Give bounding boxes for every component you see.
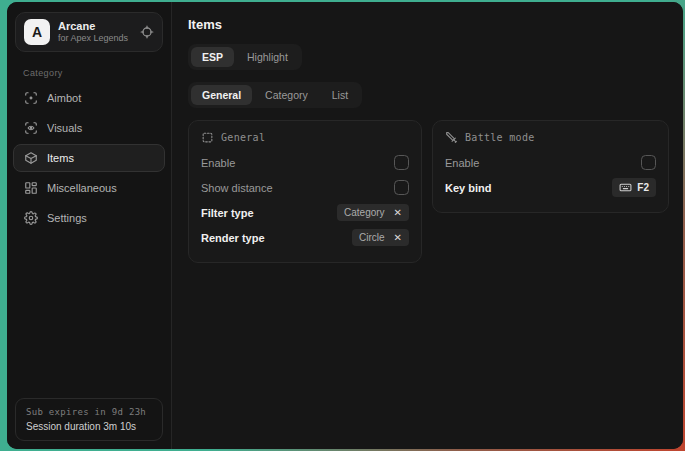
setting-row: Key bind F2 bbox=[445, 175, 656, 200]
keybind-chip[interactable]: F2 bbox=[612, 178, 656, 197]
sidebar-item-settings[interactable]: Settings bbox=[13, 204, 165, 232]
panel-title: General bbox=[221, 132, 265, 143]
setting-label: Show distance bbox=[201, 182, 273, 194]
setting-label: Key bind bbox=[445, 182, 491, 194]
sidebar-item-visuals[interactable]: Visuals bbox=[13, 114, 165, 142]
keybind-value: F2 bbox=[637, 182, 649, 193]
subscription-info: Sub expires in 9d 23h Session duration 3… bbox=[15, 398, 163, 441]
show-distance-checkbox[interactable] bbox=[394, 180, 409, 195]
enable-checkbox[interactable] bbox=[394, 155, 409, 170]
setting-row: Filter type Category ✕ bbox=[201, 200, 409, 225]
tab-general[interactable]: General bbox=[191, 85, 252, 105]
page-title: Items bbox=[188, 17, 669, 32]
crosshair-target-icon[interactable] bbox=[140, 25, 154, 39]
crosshair-icon bbox=[24, 91, 38, 105]
sidebar-section-label: Category bbox=[23, 68, 165, 78]
panels-row: General Enable Show distance Filter type… bbox=[188, 120, 669, 263]
setting-row: Render type Circle ✕ bbox=[201, 225, 409, 250]
sidebar-item-label: Settings bbox=[47, 212, 87, 224]
sub-expiry-text: Sub expires in 9d 23h bbox=[26, 407, 152, 417]
render-type-chip[interactable]: Circle ✕ bbox=[352, 229, 409, 246]
sidebar-item-label: Items bbox=[47, 152, 74, 164]
setting-label: Filter type bbox=[201, 207, 254, 219]
brand-logo: A bbox=[24, 19, 50, 45]
tab-category[interactable]: Category bbox=[254, 85, 319, 105]
grid-icon bbox=[24, 181, 38, 195]
setting-label: Render type bbox=[201, 232, 265, 244]
session-duration-text: Session duration 3m 10s bbox=[26, 421, 152, 432]
package-icon bbox=[24, 151, 38, 165]
sidebar-item-miscellaneous[interactable]: Miscellaneous bbox=[13, 174, 165, 202]
mode-tab-group: ESP Highlight bbox=[188, 44, 302, 70]
chip-value: Circle bbox=[359, 232, 385, 243]
view-tab-group: General Category List bbox=[188, 82, 362, 108]
main-content: Items ESP Highlight General Category Lis… bbox=[172, 2, 683, 449]
setting-row: Enable bbox=[445, 150, 656, 175]
gear-icon bbox=[24, 211, 38, 225]
setting-row: Show distance bbox=[201, 175, 409, 200]
brand-name: Arcane bbox=[58, 20, 132, 34]
chip-value: Category bbox=[344, 207, 385, 218]
tab-highlight[interactable]: Highlight bbox=[236, 47, 299, 67]
battle-enable-checkbox[interactable] bbox=[641, 155, 656, 170]
sidebar-item-items[interactable]: Items bbox=[13, 144, 165, 172]
tab-esp[interactable]: ESP bbox=[191, 47, 234, 67]
sidebar-item-label: Visuals bbox=[47, 122, 82, 134]
dashed-box-icon bbox=[201, 131, 214, 144]
app-window: A Arcane for Apex Legends Category Aimbo… bbox=[7, 2, 683, 449]
setting-row: Enable bbox=[201, 150, 409, 175]
tab-list[interactable]: List bbox=[321, 85, 359, 105]
brand-card: A Arcane for Apex Legends bbox=[15, 12, 163, 52]
battle-mode-panel: Battle mode Enable Key bind F2 bbox=[432, 120, 669, 213]
sword-icon bbox=[445, 131, 458, 144]
sidebar-item-label: Aimbot bbox=[47, 92, 81, 104]
close-icon[interactable]: ✕ bbox=[394, 208, 402, 218]
sidebar-item-aimbot[interactable]: Aimbot bbox=[13, 84, 165, 112]
sidebar-nav: Aimbot Visuals Items bbox=[13, 84, 165, 232]
panel-title: Battle mode bbox=[465, 132, 535, 143]
sidebar: A Arcane for Apex Legends Category Aimbo… bbox=[7, 2, 172, 449]
brand-subtitle: for Apex Legends bbox=[58, 33, 132, 44]
general-panel: General Enable Show distance Filter type… bbox=[188, 120, 422, 263]
sidebar-item-label: Miscellaneous bbox=[47, 182, 117, 194]
keyboard-icon bbox=[619, 181, 632, 194]
filter-type-chip[interactable]: Category ✕ bbox=[337, 204, 409, 221]
setting-label: Enable bbox=[445, 157, 479, 169]
setting-label: Enable bbox=[201, 157, 235, 169]
eye-icon bbox=[24, 121, 38, 135]
close-icon[interactable]: ✕ bbox=[394, 233, 402, 243]
